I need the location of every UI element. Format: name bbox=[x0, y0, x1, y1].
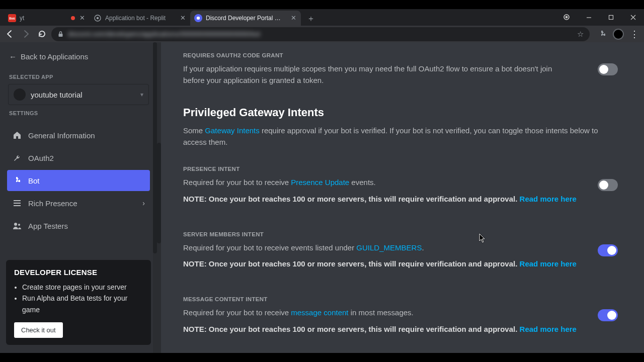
close-icon[interactable]: ✕ bbox=[179, 15, 186, 22]
tab-strip: live yt ✕ Application bot - Replit ✕ Dis… bbox=[0, 9, 644, 26]
read-more-link[interactable]: Read more here bbox=[520, 195, 577, 203]
members-heading: SERVER MEMBERS INTENT bbox=[183, 231, 618, 237]
window-controls bbox=[555, 9, 644, 25]
message-content-intent-toggle[interactable] bbox=[598, 309, 618, 321]
close-icon[interactable]: ✕ bbox=[290, 15, 297, 22]
url-bar[interactable]: discord.com/developers/applications/0000… bbox=[51, 27, 590, 41]
privileged-intents-heading: Privileged Gateway Intents bbox=[183, 106, 618, 119]
sidebar: ← Back to Applications SELECTED APP yout… bbox=[0, 42, 157, 353]
check-it-out-button[interactable]: Check it out bbox=[14, 322, 63, 338]
text: events. bbox=[349, 178, 376, 187]
dev-license-list: Create store pages in your server Run Al… bbox=[14, 282, 143, 315]
sidebar-scrollbar[interactable] bbox=[153, 42, 157, 353]
browser-toolbar: discord.com/developers/applications/0000… bbox=[0, 26, 644, 42]
back-label: Back to Applications bbox=[21, 52, 88, 61]
nav-item-label: Rich Presence bbox=[28, 199, 136, 208]
back-to-applications[interactable]: ← Back to Applications bbox=[7, 50, 150, 69]
forward-button[interactable] bbox=[19, 28, 32, 41]
note-text: NOTE: Once your bot reaches 100 or more … bbox=[183, 259, 520, 268]
nav-app-testers[interactable]: App Testers bbox=[7, 215, 150, 236]
profile-avatar[interactable] bbox=[613, 29, 624, 40]
tab-title: Application bot - Replit bbox=[105, 15, 176, 22]
tab-discord-dev[interactable]: Discord Developer Portal — My ✕ bbox=[190, 11, 301, 26]
extensions-button[interactable] bbox=[596, 28, 609, 41]
svg-rect-3 bbox=[609, 15, 613, 19]
settings-nav: General Information OAuth2 Bot Rich Pres… bbox=[7, 123, 150, 238]
back-button[interactable] bbox=[3, 28, 16, 41]
nav-item-label: Bot bbox=[28, 176, 145, 185]
nav-bot[interactable]: Bot bbox=[7, 170, 150, 191]
server-members-intent-toggle[interactable] bbox=[598, 244, 618, 256]
read-more-link[interactable]: Read more here bbox=[520, 325, 577, 333]
puzzle-icon bbox=[12, 175, 22, 186]
record-icon bbox=[71, 16, 75, 20]
svg-rect-11 bbox=[14, 205, 21, 206]
oauth2-code-grant-block: REQUIRES OAUTH2 CODE GRANT If your appli… bbox=[183, 52, 618, 86]
circle-icon[interactable] bbox=[555, 9, 578, 25]
letterbox-top bbox=[0, 0, 644, 9]
presence-update-link[interactable]: Presence Update bbox=[291, 178, 349, 187]
message-content-link[interactable]: message content bbox=[291, 308, 348, 317]
chevron-right-icon: › bbox=[142, 199, 145, 207]
new-tab-button[interactable]: ＋ bbox=[304, 12, 318, 26]
people-icon bbox=[12, 221, 22, 231]
svg-point-12 bbox=[14, 223, 17, 226]
lock-icon bbox=[57, 31, 64, 37]
reload-button[interactable] bbox=[35, 28, 48, 41]
close-icon[interactable]: ✕ bbox=[78, 15, 86, 22]
text: Required for your bot to receive events … bbox=[183, 243, 356, 252]
note-text: NOTE: Once your bot reaches 100 or more … bbox=[183, 195, 520, 203]
text: . bbox=[422, 243, 424, 252]
svg-rect-8 bbox=[59, 34, 63, 37]
tab-title: Discord Developer Portal — My bbox=[206, 15, 286, 22]
guild-members-link[interactable]: GUILD_MEMBERS bbox=[356, 243, 422, 252]
selected-app-name: youtube tutorial bbox=[31, 90, 135, 99]
url-text: discord.com/developers/applications/0000… bbox=[68, 30, 260, 38]
nav-item-label: General Information bbox=[28, 131, 145, 140]
chevron-down-icon: ▾ bbox=[140, 91, 143, 98]
server-members-intent-block: SERVER MEMBERS INTENT Required for your … bbox=[183, 231, 618, 268]
letterbox-bottom bbox=[0, 353, 644, 362]
minimize-button[interactable] bbox=[578, 9, 600, 25]
nav-oauth2[interactable]: OAuth2 bbox=[7, 147, 150, 168]
message-heading: MESSAGE CONTENT INTENT bbox=[183, 296, 618, 302]
message-note: NOTE: Once your bot reaches 100 or more … bbox=[183, 325, 618, 333]
favicon-icon bbox=[94, 14, 102, 22]
tab-yt[interactable]: live yt ✕ bbox=[4, 11, 90, 26]
svg-point-1 bbox=[566, 16, 568, 18]
nav-general-information[interactable]: General Information bbox=[7, 125, 150, 146]
nav-rich-presence[interactable]: Rich Presence › bbox=[7, 193, 150, 214]
favicon-icon: live bbox=[8, 14, 16, 22]
app-root: ← Back to Applications SELECTED APP yout… bbox=[0, 42, 644, 353]
favicon-icon bbox=[194, 14, 202, 22]
dev-license-title: DEVELOPER LICENSE bbox=[14, 268, 143, 277]
oauth2-body: If your application requires multiple sc… bbox=[183, 63, 571, 86]
home-icon bbox=[12, 130, 22, 140]
presence-intent-block: PRESENCE INTENT Required for your bot to… bbox=[183, 166, 618, 203]
selected-app-label: SELECTED APP bbox=[9, 74, 148, 80]
arrow-left-icon: ← bbox=[9, 52, 17, 61]
app-selector[interactable]: youtube tutorial ▾ bbox=[8, 84, 149, 105]
main-scrollbar[interactable] bbox=[157, 42, 161, 353]
gateway-intents-link[interactable]: Gateway Intents bbox=[205, 126, 259, 135]
maximize-button[interactable] bbox=[600, 9, 622, 25]
svg-rect-10 bbox=[14, 203, 21, 204]
nav-item-label: OAuth2 bbox=[28, 154, 145, 162]
app-avatar-icon bbox=[14, 88, 26, 101]
oauth2-heading: REQUIRES OAUTH2 CODE GRANT bbox=[183, 52, 618, 58]
menu-button[interactable]: ⋮ bbox=[628, 28, 641, 41]
star-icon[interactable]: ☆ bbox=[577, 30, 584, 39]
oauth2-toggle[interactable] bbox=[598, 63, 618, 75]
presence-heading: PRESENCE INTENT bbox=[183, 166, 618, 172]
note-text: NOTE: Once your bot reaches 100 or more … bbox=[183, 325, 520, 333]
list-item: Run Alpha and Beta tests for your game bbox=[22, 293, 143, 315]
close-window-button[interactable] bbox=[622, 9, 644, 25]
nav-item-label: App Testers bbox=[28, 222, 145, 230]
message-content-intent-block: MESSAGE CONTENT INTENT Required for your… bbox=[183, 296, 618, 333]
svg-point-13 bbox=[18, 224, 20, 226]
presence-intent-toggle[interactable] bbox=[598, 179, 618, 191]
read-more-link[interactable]: Read more here bbox=[520, 259, 577, 268]
list-icon bbox=[12, 198, 22, 208]
svg-point-7 bbox=[97, 17, 99, 19]
tab-replit[interactable]: Application bot - Replit ✕ bbox=[90, 11, 190, 26]
